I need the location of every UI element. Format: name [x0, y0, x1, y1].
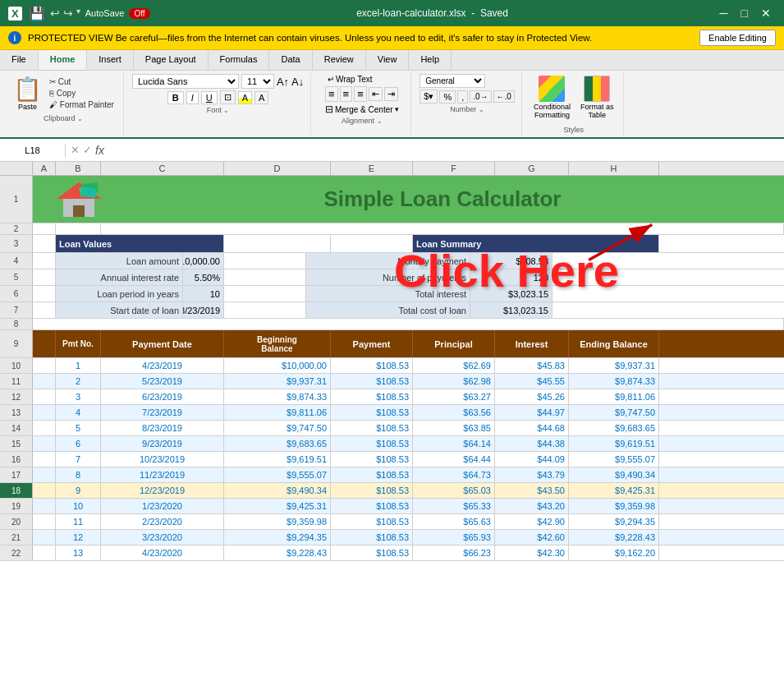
cell-19-principal[interactable]: $65.33 [413, 499, 495, 513]
minimize-icon[interactable]: ─ [715, 7, 733, 20]
cell-17-begin[interactable]: $9,555.07 [224, 467, 331, 482]
tab-page-layout[interactable]: Page Layout [134, 50, 209, 70]
cell-20-date[interactable]: 2/23/2020 [101, 514, 224, 529]
cell-19-date[interactable]: 1/23/2020 [101, 499, 224, 513]
decrease-decimal-button[interactable]: ←.0 [493, 90, 515, 103]
cell-17-pmt-val[interactable]: $108.53 [331, 467, 413, 482]
cell-20-principal[interactable]: $65.63 [413, 514, 495, 529]
cell-4-label[interactable]: Loan amount [56, 253, 183, 269]
tab-file[interactable]: File [0, 50, 39, 70]
cell-11-begin[interactable]: $9,937.31 [224, 374, 331, 389]
cell-19-pmt-val[interactable]: $108.53 [331, 499, 413, 513]
cell-15-end[interactable]: $9,619.51 [569, 436, 659, 451]
cell-16-principal[interactable]: $64.44 [413, 452, 495, 467]
font-color-button[interactable]: A [254, 91, 268, 104]
cell-13-begin[interactable]: $9,811.06 [224, 405, 331, 420]
cell-3a[interactable] [33, 235, 56, 252]
th-payment[interactable]: Payment [331, 330, 413, 357]
cell-4-sum-label[interactable]: Monthly payment [306, 253, 470, 269]
cell-14-pmt[interactable]: 5 [56, 421, 101, 435]
cell-22-pmt-val[interactable]: $108.53 [331, 545, 413, 560]
percent-button[interactable]: % [439, 90, 456, 104]
cell-18-date[interactable]: 12/23/2019 [101, 483, 224, 498]
cell-7-sum-label[interactable]: Total cost of loan [306, 302, 470, 318]
cell-7-value[interactable]: 3/23/2019 [183, 302, 224, 318]
col-header-e[interactable]: E [331, 162, 413, 175]
cell-12-principal[interactable]: $63.27 [413, 389, 495, 404]
cell-14-pmt-val[interactable]: $108.53 [331, 421, 413, 435]
confirm-formula-icon[interactable]: ✓ [83, 144, 92, 156]
cell-19a[interactable] [33, 499, 56, 513]
number-format-select[interactable]: General Number Currency Percentage [420, 74, 485, 88]
align-center-icon[interactable]: ≡ [340, 86, 353, 102]
cell-14-begin[interactable]: $9,747.50 [224, 421, 331, 435]
merge-center-label[interactable]: Merge & Center [335, 105, 393, 114]
cell-6a[interactable] [33, 286, 56, 301]
cell-11-principal[interactable]: $62.98 [413, 374, 495, 389]
cell-4e[interactable] [224, 253, 306, 269]
cell-4-sum-value[interactable]: $108.53 [470, 253, 552, 269]
format-as-table-button[interactable]: Format asTable [577, 74, 617, 121]
autosave-toggle[interactable]: Off [129, 8, 149, 19]
increase-decimal-button[interactable]: .0→ [470, 90, 491, 103]
wrap-text-button[interactable]: ↵ Wrap Text [325, 74, 375, 85]
cell-20-begin[interactable]: $9,359.98 [224, 514, 331, 529]
cell-20-interest[interactable]: $42.90 [495, 514, 569, 529]
cell-22-end[interactable]: $9,162.20 [569, 545, 659, 560]
cell-10-pmt-val[interactable]: $108.53 [331, 358, 413, 373]
cell-4-value[interactable]: $10,000.00 [183, 253, 224, 269]
cell-22-begin[interactable]: $9,228.43 [224, 545, 331, 560]
cell-17-interest[interactable]: $43.79 [495, 467, 569, 482]
cell-15-principal[interactable]: $64.14 [413, 436, 495, 451]
cell-5a[interactable] [33, 269, 56, 285]
cell-16-pmt[interactable]: 7 [56, 452, 101, 467]
cell-7e[interactable] [224, 302, 306, 318]
loan-values-header[interactable]: Loan Values [56, 235, 224, 252]
cell-12-end[interactable]: $9,811.06 [569, 389, 659, 404]
cell-22a[interactable] [33, 545, 56, 560]
cell-16-interest[interactable]: $44.09 [495, 452, 569, 467]
cell-2b[interactable] [56, 223, 101, 234]
cell-2a[interactable] [33, 223, 56, 234]
cell-1c-title[interactable]: Simple Loan Calculator [101, 176, 784, 223]
cell-13-pmt[interactable]: 4 [56, 405, 101, 420]
cell-12-pmt-val[interactable]: $108.53 [331, 389, 413, 404]
cell-21a[interactable] [33, 530, 56, 545]
col-header-b[interactable]: B [56, 162, 101, 175]
cell-22-date[interactable]: 4/23/2020 [101, 545, 224, 560]
cell-14-interest[interactable]: $44.68 [495, 421, 569, 435]
th-interest[interactable]: Interest [495, 330, 569, 357]
cell-2c[interactable] [101, 223, 784, 234]
font-size-select[interactable]: 11 [241, 74, 274, 89]
cell-21-principal[interactable]: $65.93 [413, 530, 495, 545]
cell-18-begin[interactable]: $9,490.34 [224, 483, 331, 498]
fill-color-button[interactable]: A [238, 91, 252, 104]
cell-12-interest[interactable]: $45.26 [495, 389, 569, 404]
cell-3d[interactable] [224, 235, 331, 252]
cell-6-value[interactable]: 10 [183, 286, 224, 301]
col-header-h[interactable]: H [569, 162, 659, 175]
cell-17-pmt[interactable]: 8 [56, 467, 101, 482]
cell-22-interest[interactable]: $42.30 [495, 545, 569, 560]
cell-13-end[interactable]: $9,747.50 [569, 405, 659, 420]
cell-6-sum-label[interactable]: Total interest [306, 286, 470, 301]
cell-18-principal[interactable]: $65.03 [413, 483, 495, 498]
cell-14-date[interactable]: 8/23/2019 [101, 421, 224, 435]
border-button[interactable]: ⊡ [220, 90, 236, 104]
align-left-icon[interactable]: ≡ [325, 86, 338, 102]
cut-button[interactable]: ✂ Cut [47, 76, 117, 87]
cell-19-end[interactable]: $9,359.98 [569, 499, 659, 513]
cell-13-pmt-val[interactable]: $108.53 [331, 405, 413, 420]
cell-22-principal[interactable]: $66.23 [413, 545, 495, 560]
cell-15a[interactable] [33, 436, 56, 451]
cell-13-date[interactable]: 7/23/2019 [101, 405, 224, 420]
cell-7-sum-value[interactable]: $13,023.15 [470, 302, 552, 318]
th-principal[interactable]: Principal [413, 330, 495, 357]
insert-function-icon[interactable]: fx [95, 144, 104, 157]
cell-14-principal[interactable]: $63.85 [413, 421, 495, 435]
currency-button[interactable]: $▾ [420, 90, 438, 104]
cell-1a[interactable] [33, 176, 56, 223]
col-header-g[interactable]: G [495, 162, 569, 175]
th-end-bal[interactable]: Ending Balance [569, 330, 659, 357]
cell-8[interactable] [33, 319, 784, 329]
